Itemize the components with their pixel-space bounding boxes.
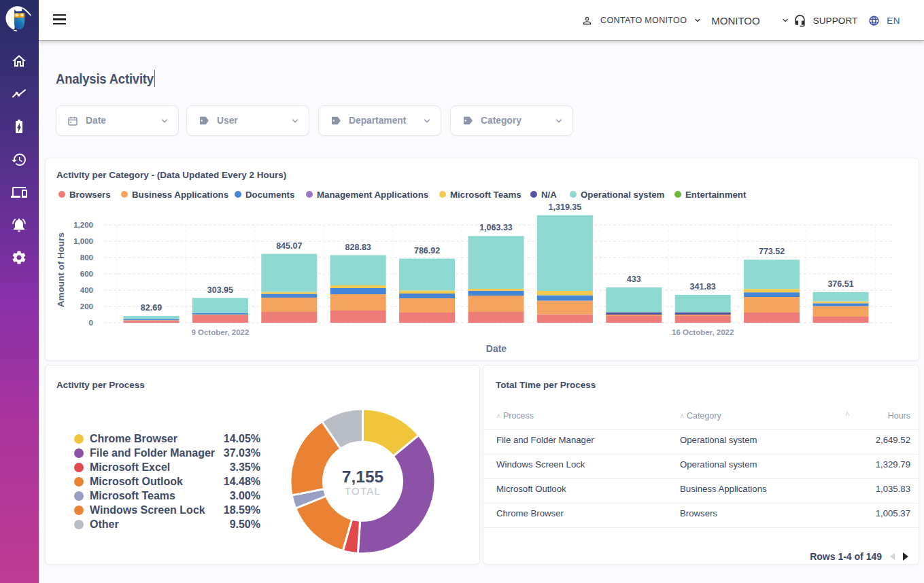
svg-text:376.51: 376.51 — [827, 279, 853, 289]
svg-text:1,063.33: 1,063.33 — [479, 223, 513, 232]
svg-text:400: 400 — [80, 286, 93, 294]
svg-text:1,000: 1,000 — [73, 237, 93, 245]
svg-text:Amount of Hours: Amount of Hours — [56, 232, 66, 307]
svg-text:433: 433 — [627, 275, 641, 284]
svg-text:341.83: 341.83 — [690, 282, 716, 292]
svg-text:200: 200 — [80, 302, 93, 311]
svg-text:7,155: 7,155 — [342, 467, 383, 486]
svg-text:0: 0 — [89, 319, 93, 327]
svg-text:82.69: 82.69 — [141, 303, 162, 313]
svg-text:9 October, 2022: 9 October, 2022 — [191, 328, 249, 336]
svg-text:845.07: 845.07 — [276, 241, 302, 251]
svg-text:303.95: 303.95 — [207, 285, 233, 295]
svg-text:1,319.35: 1,319.35 — [549, 202, 582, 212]
svg-text:1,200: 1,200 — [73, 221, 93, 229]
svg-text:600: 600 — [80, 270, 93, 278]
svg-text:TOTAL: TOTAL — [345, 485, 381, 497]
svg-text:16 October, 2022: 16 October, 2022 — [672, 328, 734, 336]
svg-text:Date: Date — [486, 343, 507, 354]
svg-text:786.92: 786.92 — [414, 246, 440, 255]
svg-text:773.52: 773.52 — [759, 247, 785, 256]
svg-text:828.83: 828.83 — [345, 243, 371, 252]
svg-text:800: 800 — [80, 253, 93, 262]
